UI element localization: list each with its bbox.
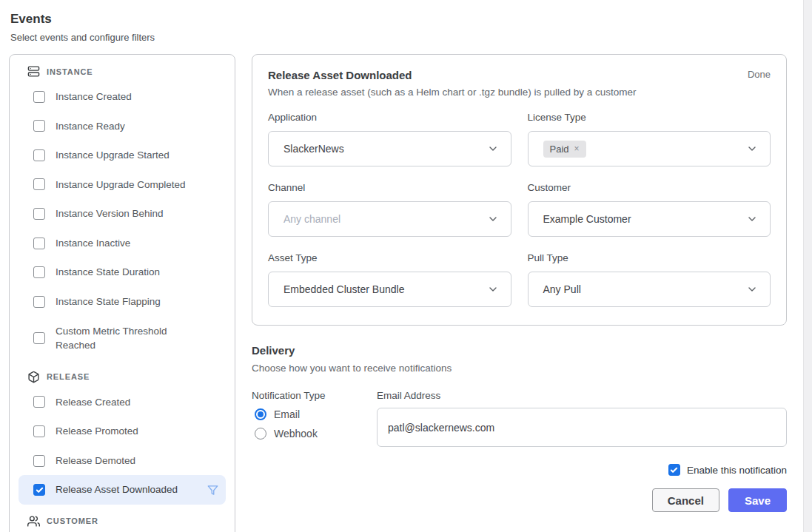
- checkbox-unchecked[interactable]: [33, 238, 45, 249]
- page-subtitle: Select events and configure filters: [10, 32, 812, 43]
- field-label: Customer: [528, 182, 771, 193]
- users-icon: [27, 515, 40, 528]
- section-header-customer: CUSTOMER: [19, 515, 226, 528]
- event-item-release-created[interactable]: Release Created: [19, 388, 226, 417]
- chevron-down-icon: [487, 283, 499, 295]
- chevron-down-icon: [746, 283, 758, 295]
- checkbox-unchecked[interactable]: [33, 91, 45, 103]
- done-button[interactable]: Done: [748, 69, 771, 80]
- channel-select[interactable]: Any channel: [268, 201, 511, 237]
- chevron-down-icon: [746, 213, 758, 225]
- enable-notification-label: Enable this notification: [687, 465, 787, 476]
- filter-panel: Release Asset Downloaded When a release …: [252, 54, 787, 326]
- field-pull-type: Pull Type Any Pull: [528, 252, 771, 307]
- field-label: Application: [268, 112, 511, 123]
- field-asset-type: Asset Type Embedded Cluster Bundle: [268, 252, 511, 307]
- field-channel: Channel Any channel: [268, 182, 511, 237]
- asset-type-select[interactable]: Embedded Cluster Bundle: [268, 272, 511, 307]
- server-icon: [27, 65, 40, 78]
- customer-select[interactable]: Example Customer: [528, 201, 771, 237]
- checkbox-unchecked[interactable]: [33, 425, 45, 437]
- checkbox-checked[interactable]: [33, 484, 45, 496]
- delivery-subtitle: Choose how you want to receive notificat…: [252, 363, 787, 374]
- field-application: Application SlackerNews: [268, 112, 511, 166]
- checkbox-unchecked[interactable]: [33, 120, 45, 132]
- section-label: RELEASE: [47, 372, 90, 381]
- scrollbar[interactable]: [803, 0, 812, 532]
- event-item-release-demoted[interactable]: Release Demoted: [19, 446, 226, 476]
- checkbox-unchecked[interactable]: [33, 178, 45, 190]
- checkbox-unchecked[interactable]: [33, 332, 45, 344]
- main-panel: Release Asset Downloaded When a release …: [252, 54, 787, 512]
- chevron-down-icon: [487, 143, 499, 155]
- field-label: License Type: [528, 112, 771, 123]
- events-sidebar: INSTANCE Instance Created Instance Ready…: [9, 54, 235, 532]
- section-header-release: RELEASE: [19, 371, 226, 383]
- checkbox-unchecked[interactable]: [33, 296, 45, 308]
- event-item-custom-metric-threshold[interactable]: Custom Metric Threshold Reached: [19, 317, 226, 360]
- selected-tag-paid: Paid ×: [543, 141, 586, 158]
- filter-panel-title: Release Asset Downloaded: [268, 69, 636, 81]
- field-customer: Customer Example Customer: [528, 182, 771, 237]
- filter-panel-description: When a release asset (such as a Helm cha…: [268, 87, 636, 98]
- field-label: Channel: [268, 182, 511, 193]
- notification-type-label: Notification Type: [252, 390, 377, 401]
- checkbox-unchecked[interactable]: [33, 396, 45, 408]
- checkbox-unchecked[interactable]: [33, 149, 45, 161]
- event-item-instance-state-flapping[interactable]: Instance State Flapping: [19, 287, 226, 317]
- channel-placeholder: Any channel: [283, 213, 340, 225]
- radio-option-webhook[interactable]: Webhook: [255, 428, 377, 440]
- event-item-instance-upgrade-completed[interactable]: Instance Upgrade Completed: [19, 170, 226, 200]
- chevron-down-icon: [487, 213, 499, 225]
- radio-webhook[interactable]: [255, 428, 266, 440]
- email-address-label: Email Address: [377, 390, 787, 401]
- field-license-type: License Type Paid ×: [528, 112, 771, 166]
- delivery-title: Delivery: [252, 344, 787, 357]
- event-item-instance-ready[interactable]: Instance Ready: [19, 112, 226, 141]
- section-header-instance: INSTANCE: [19, 65, 226, 78]
- field-label: Asset Type: [268, 252, 511, 263]
- save-button[interactable]: Save: [728, 488, 787, 512]
- checkbox-unchecked[interactable]: [33, 266, 45, 278]
- radio-option-email[interactable]: Email: [255, 408, 377, 420]
- field-label: Pull Type: [528, 252, 771, 263]
- event-item-instance-inactive[interactable]: Instance Inactive: [19, 229, 226, 258]
- email-address-input[interactable]: [377, 408, 787, 447]
- license-type-select[interactable]: Paid ×: [528, 131, 771, 166]
- section-label: INSTANCE: [47, 67, 93, 76]
- event-item-instance-upgrade-started[interactable]: Instance Upgrade Started: [19, 141, 226, 170]
- pull-type-select[interactable]: Any Pull: [528, 272, 771, 307]
- remove-tag-icon[interactable]: ×: [574, 144, 580, 154]
- section-label: CUSTOMER: [47, 516, 98, 525]
- package-icon: [27, 371, 40, 383]
- event-item-release-promoted[interactable]: Release Promoted: [19, 417, 226, 446]
- page-title: Events: [10, 12, 812, 27]
- event-item-instance-created[interactable]: Instance Created: [19, 82, 226, 112]
- event-item-instance-state-duration[interactable]: Instance State Duration: [19, 257, 226, 287]
- cancel-button[interactable]: Cancel: [652, 488, 719, 512]
- enable-notification-checkbox[interactable]: [668, 464, 680, 476]
- checkbox-unchecked[interactable]: [33, 208, 45, 220]
- page-header: Events Select events and configure filte…: [0, 0, 812, 43]
- delivery-section: Delivery Choose how you want to receive …: [252, 344, 787, 512]
- application-select[interactable]: SlackerNews: [268, 131, 511, 166]
- content: INSTANCE Instance Created Instance Ready…: [0, 54, 812, 532]
- event-item-release-asset-downloaded[interactable]: Release Asset Downloaded: [19, 475, 226, 505]
- chevron-down-icon: [746, 143, 758, 155]
- event-item-instance-version-behind[interactable]: Instance Version Behind: [19, 199, 226, 229]
- tag-text: Paid: [550, 144, 569, 155]
- filter-icon[interactable]: [207, 485, 218, 496]
- radio-email[interactable]: [255, 408, 266, 420]
- checkbox-unchecked[interactable]: [33, 455, 45, 467]
